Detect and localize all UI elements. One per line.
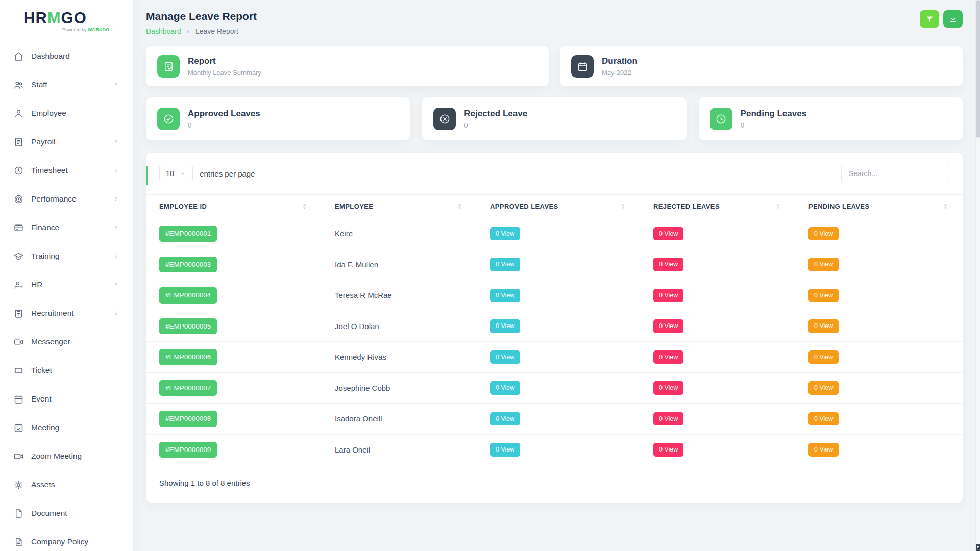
- employee-name: Josephine Cobb: [335, 384, 390, 392]
- page-scrollbar[interactable]: [975, 0, 980, 551]
- sort-icon[interactable]: [301, 203, 308, 210]
- rejected-leaves-view-button[interactable]: 0 View: [653, 258, 683, 271]
- pending-leaves-view-button[interactable]: 0 View: [808, 319, 839, 333]
- sidebar-item-meeting[interactable]: Meeting: [6, 416, 127, 439]
- approved-leaves-view-button[interactable]: 0 View: [490, 350, 520, 364]
- sidebar-item-event[interactable]: Event: [6, 387, 127, 411]
- approved-leaves-view-button[interactable]: 0 View: [490, 319, 520, 333]
- pending-leaves-view-button[interactable]: 0 View: [808, 289, 839, 303]
- chevron-down-icon: [180, 170, 186, 177]
- logo-text-go: GO: [61, 9, 87, 27]
- rejected-leaves-view-button[interactable]: 0 View: [653, 289, 683, 303]
- approved-leaves-view-button[interactable]: 0 View: [490, 381, 520, 395]
- employee-name: Joel O Dolan: [335, 322, 379, 331]
- sidebar-item-ticket[interactable]: Ticket: [6, 359, 127, 382]
- employee-id-badge: #EMP0000001: [159, 226, 217, 242]
- brand-logo-text: HRMGO: [23, 10, 122, 26]
- employee-name: Kennedy Rivas: [335, 353, 386, 361]
- sort-icon[interactable]: [456, 203, 463, 210]
- sidebar-item-label: Ticket: [31, 366, 119, 375]
- sidebar-item-training[interactable]: Training: [6, 244, 127, 268]
- filter-button[interactable]: [920, 10, 939, 28]
- column-header-pending-leaves[interactable]: PENDING LEAVES: [795, 195, 963, 218]
- sidebar-item-zoom-meeting[interactable]: Zoom Meeting: [6, 444, 127, 468]
- rejected-leaves-view-button[interactable]: 0 View: [653, 319, 683, 333]
- column-header-label: REJECTED LEAVES: [653, 203, 720, 210]
- approved-leaves-view-button[interactable]: 0 View: [490, 443, 520, 457]
- sidebar-item-hr[interactable]: HR: [6, 273, 127, 296]
- rejected-leaves-view-button[interactable]: 0 View: [653, 350, 683, 364]
- training-icon: [13, 251, 24, 262]
- pending-leaves-view-button[interactable]: 0 View: [808, 350, 839, 364]
- logo-text-m: M: [47, 9, 61, 27]
- recruitment-icon: [13, 308, 24, 319]
- pending-leaves-view-button[interactable]: 0 View: [808, 443, 839, 457]
- employee-name: Ida F. Mullen: [335, 260, 378, 269]
- sidebar-item-timesheet[interactable]: Timesheet: [6, 159, 127, 182]
- sidebar-item-finance[interactable]: Finance: [6, 216, 127, 239]
- pending-leaves-view-button[interactable]: 0 View: [808, 412, 839, 426]
- scroll-down-button[interactable]: [976, 544, 980, 551]
- export-button[interactable]: [943, 10, 963, 28]
- employee-id-badge: #EMP0000007: [159, 380, 217, 396]
- sort-icon[interactable]: [619, 203, 627, 210]
- x-circle-icon: [433, 108, 456, 130]
- employee-icon: [13, 108, 24, 119]
- sidebar-item-label: Meeting: [31, 423, 119, 432]
- sidebar-item-document[interactable]: Document: [6, 502, 127, 525]
- brand-logo[interactable]: HRMGO Powered by WORKDO: [0, 0, 133, 36]
- sidebar-item-assets[interactable]: Assets: [6, 473, 127, 496]
- column-header-employee-id[interactable]: EMPLOYEE ID: [146, 195, 322, 218]
- leave-report-table: EMPLOYEE IDEMPLOYEEAPPROVED LEAVESREJECT…: [146, 194, 963, 465]
- card-accent-bar: [146, 166, 148, 185]
- rejected-leave-card: Rejected Leave 0: [422, 97, 686, 140]
- sidebar-item-label: Training: [31, 252, 105, 261]
- sidebar-item-staff[interactable]: Staff: [6, 73, 127, 96]
- pending-leaves-view-button[interactable]: 0 View: [808, 258, 839, 271]
- search-input[interactable]: [841, 164, 949, 183]
- summary-cards: Report Monthly Leave Summary Duration Ma…: [146, 46, 963, 86]
- performance-icon: [13, 194, 24, 205]
- approved-leaves-view-button[interactable]: 0 View: [490, 289, 520, 303]
- breadcrumb-dashboard-link[interactable]: Dashboard: [146, 27, 181, 35]
- sort-icon[interactable]: [942, 203, 949, 210]
- stat-label: Rejected Leave: [464, 109, 527, 119]
- header-actions: [920, 10, 963, 28]
- chevron-right-icon: [112, 167, 119, 174]
- pending-leaves-card: Pending Leaves 0: [699, 97, 963, 140]
- rejected-leaves-view-button[interactable]: 0 View: [653, 412, 683, 426]
- company-policy-icon: [13, 537, 24, 547]
- employee-name: Keire: [335, 229, 353, 238]
- meeting-icon: [13, 422, 24, 433]
- approved-leaves-view-button[interactable]: 0 View: [490, 227, 520, 241]
- rejected-leaves-view-button[interactable]: 0 View: [653, 381, 683, 395]
- pending-leaves-view-button[interactable]: 0 View: [808, 381, 839, 395]
- sidebar-item-label: Event: [31, 394, 119, 404]
- scrollbar-thumb[interactable]: [976, 0, 980, 138]
- sidebar-item-performance[interactable]: Performance: [6, 187, 127, 211]
- rejected-leaves-view-button[interactable]: 0 View: [653, 443, 683, 457]
- sidebar-item-employee[interactable]: Employee: [6, 102, 127, 125]
- sidebar-item-payroll[interactable]: Payroll: [6, 130, 127, 154]
- table-row: #EMP0000004Teresa R McRae0 View0 View0 V…: [146, 280, 963, 311]
- sidebar-item-label: Zoom Meeting: [31, 452, 119, 461]
- sort-icon[interactable]: [774, 203, 782, 210]
- employee-id-badge: #EMP0000003: [159, 257, 217, 273]
- sidebar-item-messenger[interactable]: Messenger: [6, 330, 127, 354]
- sidebar-item-company-policy[interactable]: Company Policy: [6, 530, 127, 551]
- sidebar-item-recruitment[interactable]: Recruitment: [6, 302, 127, 325]
- document-icon: [13, 508, 24, 519]
- column-header-approved-leaves[interactable]: APPROVED LEAVES: [477, 195, 640, 218]
- approved-leaves-view-button[interactable]: 0 View: [490, 412, 520, 426]
- employee-id-badge: #EMP0000005: [159, 318, 217, 335]
- sidebar-item-dashboard[interactable]: Dashboard: [6, 44, 127, 68]
- leave-report-table-card: 10 entries per page EMPLOYEE IDEMPLOYEEA…: [146, 153, 963, 503]
- column-header-employee[interactable]: EMPLOYEE: [322, 195, 477, 218]
- approved-leaves-view-button[interactable]: 0 View: [490, 258, 520, 271]
- entries-per-page-select[interactable]: 10: [159, 165, 193, 182]
- rejected-leaves-view-button[interactable]: 0 View: [653, 227, 683, 241]
- pending-leaves-view-button[interactable]: 0 View: [808, 227, 839, 241]
- employee-id-badge: #EMP0000006: [159, 349, 217, 365]
- check-circle-icon: [157, 108, 180, 130]
- column-header-rejected-leaves[interactable]: REJECTED LEAVES: [640, 195, 795, 218]
